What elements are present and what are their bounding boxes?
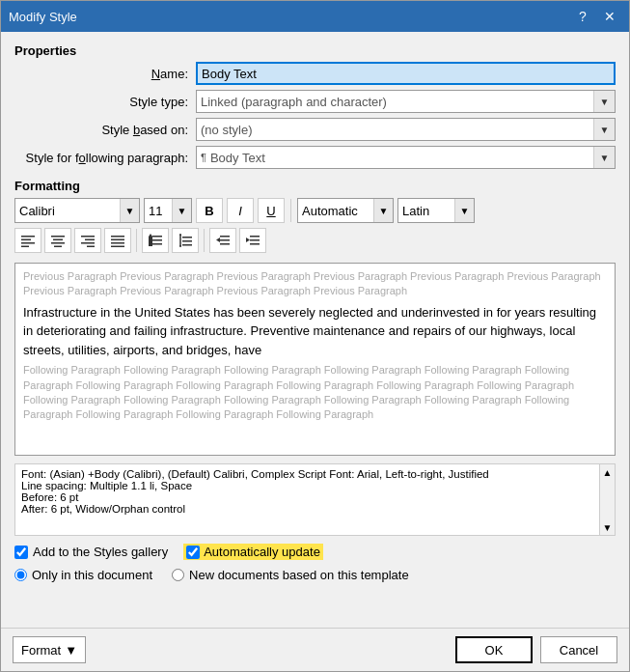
line-spacing-button[interactable] [142, 228, 169, 253]
align-row [14, 228, 616, 253]
bold-button[interactable]: B [196, 198, 223, 223]
formatting-divider1 [290, 199, 291, 222]
new-docs-label[interactable]: New documents based on this template [172, 568, 409, 582]
auto-update-wrap: Automatically update [183, 544, 323, 560]
style-following-row: Style for following paragraph: ¶ Body Te… [14, 146, 616, 169]
help-button[interactable]: ? [571, 5, 594, 28]
svg-rect-12 [111, 236, 124, 238]
options-row: Add to the Styles gallery Automatically … [14, 544, 616, 560]
svg-rect-23 [182, 244, 192, 246]
color-arrow: ▼ [373, 199, 393, 222]
scroll-down-button[interactable]: ▼ [600, 519, 616, 535]
formatting-section: Formatting Calibri ▼ 11 ▼ B I U Automati… [14, 179, 616, 253]
desc-line3: Before: 6 pt [21, 491, 609, 503]
new-docs-radio[interactable] [172, 569, 184, 581]
modify-style-dialog: Modify Style ? ✕ Properties Name: Style … [0, 0, 630, 672]
language-arrow: ▼ [454, 199, 474, 222]
style-type-row: Style type: Linked (paragraph and charac… [14, 90, 616, 113]
preview-next-text: Following Paragraph Following Paragraph … [23, 363, 607, 423]
add-to-gallery-checkbox[interactable] [14, 546, 28, 559]
only-this-doc-radio[interactable] [14, 569, 27, 581]
align-right-button[interactable] [74, 228, 101, 253]
svg-rect-9 [85, 239, 95, 241]
paragraph-icon: ¶ [201, 152, 206, 163]
svg-rect-14 [111, 242, 124, 244]
style-following-value-wrap: ¶ Body Text [197, 151, 593, 165]
size-select[interactable]: 11 ▼ [144, 198, 192, 223]
svg-rect-10 [81, 242, 95, 244]
cancel-button[interactable]: Cancel [540, 636, 617, 663]
color-select[interactable]: Automatic ▼ [297, 198, 394, 223]
dialog-title: Modify Style [9, 10, 77, 24]
svg-rect-22 [182, 240, 192, 242]
svg-rect-15 [111, 246, 124, 248]
name-label: Name: [14, 67, 188, 81]
svg-rect-32 [250, 239, 260, 241]
italic-button[interactable]: I [227, 198, 254, 223]
preview-box: Previous Paragraph Previous Paragraph Pr… [14, 263, 616, 456]
auto-update-checkbox[interactable] [186, 546, 200, 559]
style-based-value: (no style) [197, 123, 593, 137]
line-spacing-icon [148, 233, 163, 248]
properties-grid: Name: Style type: Linked (paragraph and … [14, 62, 616, 169]
font-arrow: ▼ [120, 199, 139, 222]
style-following-arrow: ▼ [593, 147, 615, 168]
svg-rect-13 [111, 239, 124, 241]
format-dropdown-button[interactable]: Format ▼ [13, 636, 86, 663]
svg-rect-29 [220, 243, 230, 245]
justify-button[interactable] [104, 228, 131, 253]
ok-button[interactable]: OK [455, 636, 533, 663]
style-type-select[interactable]: Linked (paragraph and character) ▼ [196, 90, 616, 113]
format-label: Format [21, 643, 61, 658]
underline-button[interactable]: U [258, 198, 285, 223]
svg-rect-7 [54, 246, 62, 248]
svg-rect-1 [21, 239, 31, 241]
language-value: Latin [398, 204, 454, 218]
para-spacing-button[interactable] [172, 228, 199, 253]
align-divider2 [204, 229, 205, 252]
preview-current-text: Infrastructure in the United States has … [23, 303, 607, 360]
align-left-icon [20, 233, 36, 248]
title-bar-controls: ? ✕ [571, 5, 621, 28]
indent-increase-button[interactable] [239, 228, 266, 253]
dialog-footer: Format ▼ OK Cancel [1, 628, 629, 671]
svg-rect-3 [21, 246, 29, 248]
properties-label: Properties [14, 43, 616, 58]
scroll-up-button[interactable]: ▲ [600, 464, 616, 480]
align-center-button[interactable] [44, 228, 71, 253]
font-value: Calibri [15, 204, 120, 218]
svg-rect-27 [220, 236, 230, 238]
only-this-doc-label[interactable]: Only in this document [14, 568, 152, 582]
size-value: 11 [145, 204, 172, 218]
style-following-select[interactable]: ¶ Body Text ▼ [196, 146, 616, 169]
description-scrollbar[interactable]: ▲ ▼ [599, 464, 615, 535]
svg-marker-19 [149, 234, 151, 246]
formatting-label: Formatting [14, 179, 616, 193]
svg-marker-34 [246, 238, 250, 242]
only-this-doc-text: Only in this document [32, 568, 152, 582]
radio-row: Only in this document New documents base… [14, 568, 616, 582]
size-arrow: ▼ [172, 199, 191, 222]
add-to-gallery-label[interactable]: Add to the Styles gallery [14, 545, 168, 559]
font-select[interactable]: Calibri ▼ [14, 198, 140, 223]
style-following-label: Style for following paragraph: [14, 151, 188, 165]
indent-decrease-button[interactable] [209, 228, 236, 253]
style-type-value: Linked (paragraph and character) [197, 95, 593, 109]
style-based-label: Style based on: [14, 123, 188, 137]
name-input[interactable] [196, 62, 616, 85]
format-dropdown-arrow: ▼ [65, 643, 77, 658]
svg-rect-28 [220, 239, 230, 241]
align-left-button[interactable] [14, 228, 41, 253]
add-to-gallery-text: Add to the Styles gallery [33, 545, 168, 559]
indent-increase-icon [245, 233, 260, 248]
name-row: Name: [14, 62, 616, 85]
style-type-label: Style type: [14, 95, 188, 109]
svg-rect-18 [152, 243, 162, 245]
indent-decrease-icon [215, 233, 231, 248]
preview-prev-text: Previous Paragraph Previous Paragraph Pr… [23, 269, 607, 299]
align-center-icon [50, 233, 66, 248]
style-based-arrow: ▼ [593, 119, 615, 140]
language-select[interactable]: Latin ▼ [397, 198, 475, 223]
close-button[interactable]: ✕ [598, 5, 621, 28]
style-based-select[interactable]: (no style) ▼ [196, 118, 616, 141]
